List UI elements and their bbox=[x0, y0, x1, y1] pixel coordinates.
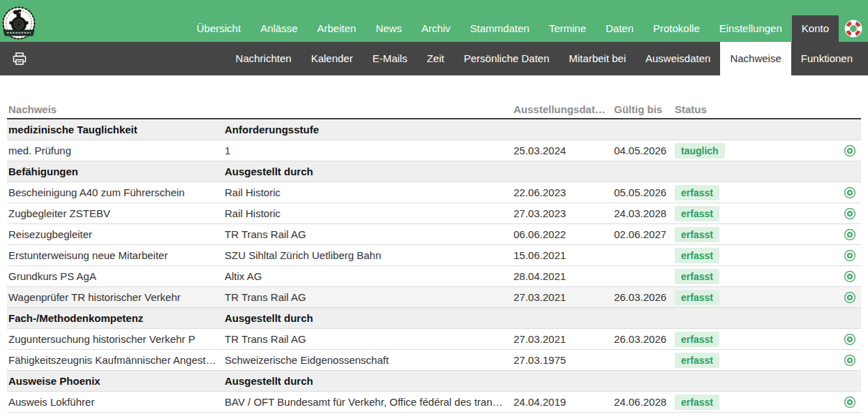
railway-club-logo[interactable] bbox=[1, 6, 36, 41]
subnav-item-zeit[interactable]: Zeit bbox=[417, 42, 454, 75]
valid-until-date: 26.03.2026 bbox=[614, 291, 675, 303]
status-badge: erfasst bbox=[675, 227, 719, 242]
subnav-spacer bbox=[27, 42, 226, 75]
section-header-row: Ausweise Phoenix Ausgestellt durch bbox=[7, 371, 861, 392]
nachweise-table: Nachweis Ausstellungsdatum Gültig bis St… bbox=[7, 100, 861, 413]
view-button[interactable] bbox=[843, 249, 857, 263]
account-subnav: NachrichtenKalenderE-MailsZeitPersönlich… bbox=[0, 42, 868, 75]
subnav-pad bbox=[862, 42, 868, 75]
view-icon bbox=[843, 291, 857, 304]
view-button[interactable] bbox=[843, 186, 857, 200]
view-button[interactable] bbox=[843, 353, 857, 367]
section-header-row: Befähigungen Ausgestellt durch bbox=[7, 161, 861, 182]
view-icon bbox=[843, 144, 857, 158]
section-subtitle: Anforderungsstufe bbox=[225, 124, 514, 135]
topnav-item-news[interactable]: News bbox=[366, 15, 412, 42]
section-title: medizinische Tauglichkeit bbox=[8, 124, 225, 135]
nachweis-issuer: TR Trans Rail AG bbox=[225, 228, 514, 240]
nachweis-name: Erstunterweisung neue Mitarbeiter bbox=[8, 249, 225, 261]
nachweis-name: Reisezugbegleiter bbox=[8, 228, 225, 240]
view-icon bbox=[843, 332, 857, 346]
topnav-item-archiv[interactable]: Archiv bbox=[412, 15, 461, 42]
view-button[interactable] bbox=[843, 395, 857, 409]
nachweis-name: Bescheinigung A40 zum Führerschein bbox=[8, 186, 225, 198]
view-button[interactable] bbox=[843, 144, 857, 158]
table-row: Wagenprüfer TR historischer Verkehr TR T… bbox=[7, 287, 861, 308]
view-icon bbox=[843, 228, 857, 242]
valid-until-date: 02.06.2027 bbox=[614, 228, 675, 240]
print-button[interactable] bbox=[0, 42, 27, 75]
col-header-nachweis: Nachweis bbox=[8, 103, 225, 115]
subnav-item-pers-nliche-daten[interactable]: Persönliche Daten bbox=[454, 42, 560, 75]
status-badge: tauglich bbox=[675, 143, 725, 159]
table-row: Ausweis Lokführer BAV / OFT Bundesamt fü… bbox=[7, 392, 861, 413]
nachweis-name: Grundkurs PS AgA bbox=[8, 270, 225, 282]
valid-until-date: 26.03.2026 bbox=[614, 333, 675, 345]
col-header-status: Status bbox=[675, 103, 840, 115]
section-subtitle: Ausgestellt durch bbox=[225, 166, 514, 177]
valid-until-date: 05.05.2026 bbox=[614, 186, 675, 198]
topnav-item-protokolle[interactable]: Protokolle bbox=[643, 15, 710, 42]
account-menu: NachrichtenKalenderE-MailsZeitPersönlich… bbox=[226, 42, 862, 75]
subnav-item-mitarbeit-bei[interactable]: Mitarbeit bei bbox=[559, 42, 636, 75]
view-button[interactable] bbox=[843, 291, 857, 304]
table-row: Fähigkeitszeugnis Kaufmännischer Angeste… bbox=[7, 350, 861, 371]
view-button[interactable] bbox=[843, 270, 857, 284]
topnav-item-daten[interactable]: Daten bbox=[596, 15, 643, 42]
table-header-row: Nachweis Ausstellungsdatum Gültig bis St… bbox=[7, 100, 861, 119]
nachweis-issuer: Rail Historic bbox=[225, 186, 514, 198]
view-icon bbox=[843, 186, 857, 200]
status-badge: erfasst bbox=[675, 290, 719, 305]
topnav-item--bersicht[interactable]: Übersicht bbox=[187, 15, 250, 42]
issue-date: 27.03.2021 bbox=[514, 333, 614, 345]
section-title: Befähigungen bbox=[8, 166, 225, 177]
nachweis-issuer: 1 bbox=[225, 145, 514, 156]
table-row: Reisezugbegleiter TR Trans Rail AG 06.06… bbox=[7, 224, 861, 245]
topnav-item-stammdaten[interactable]: Stammdaten bbox=[461, 15, 539, 42]
section-subtitle: Ausgestellt durch bbox=[225, 312, 514, 324]
table-row: Erstunterweisung neue Mitarbeiter SZU Si… bbox=[7, 245, 861, 266]
nachweis-issuer: BAV / OFT Bundesamt für Verkehr, Office … bbox=[225, 396, 514, 408]
subnav-item-ausweisdaten[interactable]: Ausweisdaten bbox=[636, 42, 720, 75]
subnav-item-e-mails[interactable]: E-Mails bbox=[363, 42, 417, 75]
subnav-item-nachrichten[interactable]: Nachrichten bbox=[226, 42, 301, 75]
valid-until-date: 24.06.2028 bbox=[614, 396, 675, 408]
issue-date: 15.06.2021 bbox=[514, 249, 614, 261]
view-button[interactable] bbox=[843, 332, 857, 346]
nachweis-name: Zugbegleiter ZSTEBV bbox=[8, 207, 225, 219]
view-icon bbox=[843, 395, 857, 409]
subnav-item-kalender[interactable]: Kalender bbox=[301, 42, 363, 75]
nachweis-name: Wagenprüfer TR historischer Verkehr bbox=[8, 291, 225, 303]
view-icon bbox=[843, 249, 857, 263]
subnav-item-nachweise[interactable]: Nachweise bbox=[720, 42, 791, 75]
issue-date: 28.04.2021 bbox=[514, 270, 614, 282]
table-row: Zuguntersuchung historischer Verkehr P T… bbox=[7, 329, 861, 350]
table-row: Zugbegleiter ZSTEBV Rail Historic 27.03.… bbox=[7, 203, 861, 224]
topnav-item-konto[interactable]: Konto bbox=[792, 15, 839, 42]
nachweis-issuer: Rail Historic bbox=[225, 207, 514, 219]
view-button[interactable] bbox=[843, 228, 857, 242]
nachweis-issuer: Schweizerische Eidgenossenschaft bbox=[225, 354, 514, 366]
subnav-item-funktionen[interactable]: Funktionen bbox=[791, 42, 862, 75]
lifebuoy-icon bbox=[844, 19, 863, 38]
primary-navbar: ÜbersichtAnlässeArbeitenNewsArchivStammd… bbox=[0, 0, 868, 42]
table-row: Bescheinigung A40 zum Führerschein Rail … bbox=[7, 182, 861, 203]
topnav-item-arbeiten[interactable]: Arbeiten bbox=[308, 15, 366, 42]
status-badge: erfasst bbox=[675, 395, 719, 410]
section-title: Ausweise Phoenix bbox=[8, 375, 225, 387]
section-subtitle: Ausgestellt durch bbox=[225, 375, 514, 387]
nachweis-issuer: Altix AG bbox=[225, 270, 514, 282]
nachweis-name: med. Prüfung bbox=[8, 145, 225, 156]
help-button[interactable] bbox=[839, 15, 868, 42]
topnav-item-anl-sse[interactable]: Anlässe bbox=[250, 15, 307, 42]
section-header-row: Fach-/Methodenkompetenz Ausgestellt durc… bbox=[7, 308, 861, 329]
table-row: med. Prüfung 1 25.03.2024 04.05.2026 tau… bbox=[7, 140, 861, 161]
railway-club-logo-icon bbox=[1, 6, 36, 41]
nachweis-issuer: TR Trans Rail AG bbox=[225, 333, 514, 345]
status-badge: erfasst bbox=[675, 185, 719, 200]
topnav-item-termine[interactable]: Termine bbox=[539, 15, 596, 42]
view-button[interactable] bbox=[843, 207, 857, 221]
table-body: medizinische Tauglichkeit Anforderungsst… bbox=[7, 119, 861, 413]
col-header-ausstellungsdatum: Ausstellungsdatum bbox=[514, 103, 614, 115]
topnav-item-einstellungen[interactable]: Einstellungen bbox=[710, 15, 792, 42]
